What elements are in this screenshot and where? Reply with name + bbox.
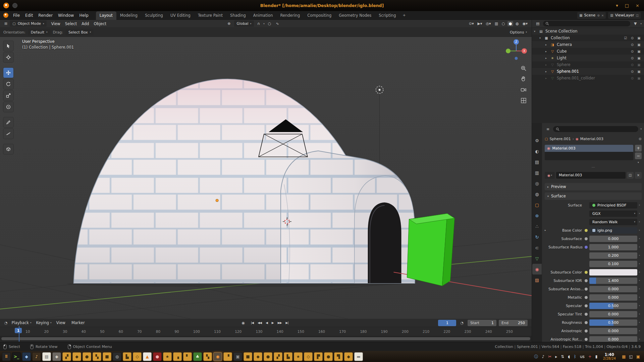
checkbox-icon[interactable] [623,63,628,67]
timeline-menu-item[interactable]: Keying▾ [34,320,54,325]
playhead[interactable]: 1 [15,328,22,333]
options-dropdown[interactable]: Options ▾ [510,30,528,35]
camera-view-icon[interactable] [520,86,527,93]
outliner-search-input[interactable] [543,21,630,26]
volume[interactable]: ◖ [568,352,570,361]
audio-app[interactable]: ♪ [32,352,41,361]
camera-visibility-icon[interactable]: ▣ [637,36,641,40]
pin-scene-icon[interactable]: ⊚ [597,14,600,17]
breadcrumb-material[interactable]: Material.003 [580,137,603,141]
animate-dot-icon[interactable]: • [637,212,642,215]
chevron-down-icon[interactable]: ▾ [640,22,642,25]
outliner-item-label[interactable]: Sphere [557,62,623,67]
snap-magnet-icon[interactable]: ∩ [256,21,261,26]
menu-item[interactable]: Window [55,11,76,20]
gimp[interactable]: ◈ [52,352,61,361]
app-24[interactable]: ▣ [233,352,242,361]
workspaces-grid[interactable]: ▦ [622,352,626,361]
menu-item[interactable]: Edit [22,11,36,20]
frame-end-field[interactable]: End250 [499,320,528,326]
media-player[interactable]: ♪ [542,352,545,361]
orientation-dropdown[interactable]: Global ▾ [234,20,254,27]
window-close-button[interactable]: × [636,3,639,8]
keyboard-layout[interactable]: us [580,352,585,361]
playback[interactable]: ▸ [555,352,557,361]
shading-rendered[interactable]: ◉▾ [521,21,529,26]
property-value-widget[interactable]: 0.000 ▾ [589,286,637,292]
menu-item[interactable]: Help [76,11,91,20]
cursor-tool-button[interactable] [3,52,13,62]
workspace-tab[interactable]: Shading [226,11,250,20]
workspace-tab[interactable]: Geometry Nodes [335,11,375,20]
object[interactable]: ▢ [532,199,542,210]
animate-dot-icon[interactable]: • [637,245,642,249]
camera-visibility-icon[interactable]: ▣ [637,63,641,67]
animate-dot-icon[interactable]: • [637,203,642,207]
mode-dropdown[interactable]: ▢ Object Mode ▾ [10,20,47,27]
app-27[interactable]: ● [264,352,272,361]
property-value-widget[interactable]: 1.000 ▾ [589,244,637,250]
outliner-item-label[interactable]: Sphere.001 [557,69,623,74]
animate-dot-icon[interactable]: • [637,270,642,274]
expand-arrow-icon[interactable]: ▸ [545,229,548,232]
hide-eye-icon[interactable]: ⊙ [630,70,635,73]
expand-arrow-icon[interactable]: ▸ [545,57,550,60]
current-frame-field[interactable]: 1 [438,320,456,326]
data[interactable]: ▽ [532,253,542,264]
filter-funnel-icon[interactable]: ▼ [632,21,638,26]
updates[interactable]: ⇅ [561,352,564,361]
checkbox-icon[interactable] [623,76,628,80]
checkbox-icon[interactable] [623,50,628,53]
outliner-row[interactable]: ▸ ▽ Sphere ⊙ ▣ [532,61,644,68]
animate-dot-icon[interactable]: • [637,304,642,307]
property-value-widget[interactable]: Principled BSDF ▾ [589,202,637,208]
app-23[interactable]: ▝ [223,352,232,361]
app-10[interactable]: ▚ [93,352,101,361]
material-slot-list[interactable]: ◉ Material.003 [545,145,633,160]
timeline-scrollbar[interactable] [0,336,532,342]
outliner-item-label[interactable]: Camera [557,42,623,47]
timeline-menu-item[interactable]: Marker [69,320,89,325]
unlink-material-button[interactable]: × [635,172,642,179]
breadcrumb-object[interactable]: Sphere.001 [549,137,571,141]
animate-dot-icon[interactable]: • [637,279,642,282]
output[interactable]: ▤ [532,157,542,167]
battery[interactable]: ▮ [595,352,598,361]
app-35[interactable]: ◆ [344,352,353,361]
animate-dot-icon[interactable]: • [637,254,642,257]
app-34[interactable]: ▜ [334,352,343,361]
window-rollup-button[interactable]: ▾ [616,3,618,8]
property-value-widget[interactable]: 0.200 ▾ [589,252,637,259]
expand-arrow-icon[interactable]: ▸ [545,77,550,80]
copy-material-button[interactable]: ◫ [627,172,634,179]
property-value-widget[interactable]: ▾ [589,269,637,276]
expand-arrow-icon[interactable]: ▸ [545,50,550,53]
security[interactable]: + [588,352,592,361]
app-28[interactable]: ▞ [274,352,282,361]
modifiers[interactable]: ⊛ [532,210,542,221]
workspace-tab[interactable]: UV Editing [167,11,194,20]
list-resize-grip[interactable]: ┉┉ [545,166,642,170]
snap-dropdown-icon[interactable]: ▾ [263,22,265,25]
checkbox-icon[interactable] [623,70,628,73]
material-name-field[interactable]: Material.003 [556,172,626,179]
outliner-row[interactable]: ▸ ▽ Cube ⊙ ▣ [532,48,644,55]
jump-to-start[interactable]: |◀ [249,320,255,325]
outliner-row[interactable]: ▸ ◨ Camera ⊙ ▣ [532,41,644,48]
workspace-tab[interactable]: Texture Paint [194,11,226,20]
animate-dot-icon[interactable]: • [637,296,642,299]
applications-menu[interactable]: ⠿ [2,352,11,361]
property-value-widget[interactable]: GGX ▾ [589,210,637,217]
constraints[interactable]: ⊂ [532,242,542,253]
outliner-editor-icon[interactable]: ▤ [534,21,541,26]
auto-keyframe-toggle[interactable]: ◉ [241,321,245,325]
workspace-tab[interactable]: Rendering [276,11,304,20]
properties-editor-icon[interactable]: ≡ [545,127,551,131]
workspace-tab[interactable]: Layout [96,11,116,20]
app-14[interactable]: ◇ [133,352,142,361]
properties-search-input[interactable] [553,126,638,132]
viewport-menu-item[interactable]: Object [92,20,109,28]
tweak-select-tool-button[interactable] [3,41,13,51]
overlays-dropdown[interactable]: ◎▾ [485,21,492,26]
camera-visibility-icon[interactable]: ▣ [637,76,641,80]
